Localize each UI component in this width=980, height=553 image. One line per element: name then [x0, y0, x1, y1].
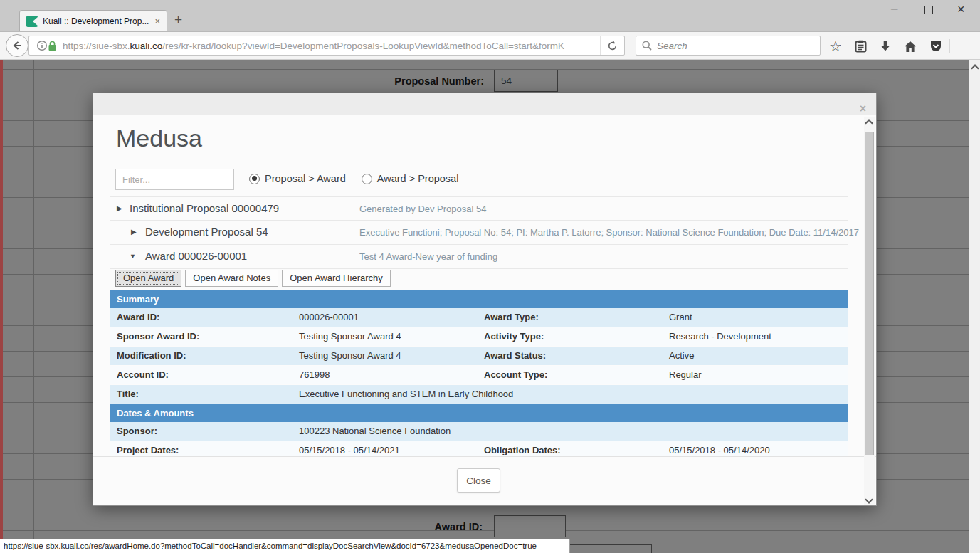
- download-arrow-icon: [880, 41, 891, 53]
- medusa-modal: × Medusa Proposal > Award Award > Propos…: [93, 93, 876, 505]
- tree-expanded-icon[interactable]: ▼: [130, 253, 136, 260]
- downloads-button[interactable]: [877, 36, 894, 56]
- open-award-button[interactable]: Open Award: [115, 270, 181, 287]
- search-bar[interactable]: [636, 36, 821, 56]
- field-label: Sponsor Award ID:: [117, 327, 199, 346]
- search-input[interactable]: [657, 41, 814, 51]
- scrollbar-thumb[interactable]: [865, 132, 874, 455]
- url-bar[interactable]: https://siue-sbx.kuali.co/res/kr-krad/lo…: [28, 36, 625, 56]
- summary-section-header: Summary: [110, 290, 848, 308]
- modal-scrollbar[interactable]: [864, 117, 875, 505]
- field-label: Account Type:: [484, 366, 547, 384]
- table-row: Sponsor: 100223 National Science Foundat…: [110, 422, 848, 441]
- kuali-favicon-icon: [26, 16, 38, 27]
- direction-radio-group: Proposal > Award Award > Proposal: [249, 173, 474, 184]
- table-row: Sponsor Award ID: Testing Sponsor Award …: [110, 327, 848, 347]
- tree-row-award[interactable]: ▼ Award 000026-00001 Test 4 Award-New ye…: [110, 245, 848, 269]
- toolbar-separator: [949, 39, 950, 53]
- table-row: Modification ID: Testing Sponsor Award 4…: [110, 347, 848, 366]
- reload-button[interactable]: [600, 36, 624, 55]
- browser-tab[interactable]: Kuali :: Development Prop... ×: [19, 10, 167, 31]
- back-button[interactable]: [6, 34, 28, 57]
- field-value: 100223 National Science Foundation: [299, 422, 451, 441]
- scroll-up-icon[interactable]: [865, 119, 873, 127]
- field-value: Research - Development: [669, 327, 771, 346]
- window-maximize-button[interactable]: [924, 6, 933, 14]
- radio-award-proposal-label[interactable]: Award > Proposal: [377, 173, 459, 184]
- home-button[interactable]: [902, 36, 919, 56]
- field-value: Testing Sponsor Award 4: [299, 347, 401, 365]
- pocket-button[interactable]: [927, 36, 944, 56]
- left-edge-stripe: [0, 60, 3, 553]
- tree-row-development-proposal[interactable]: ▶ Development Proposal 54 Executive Func…: [110, 221, 848, 245]
- tab-title: Kuali :: Development Prop...: [43, 16, 149, 26]
- filter-input[interactable]: [115, 169, 234, 190]
- field-label: Account ID:: [117, 366, 169, 384]
- back-arrow-icon: [11, 39, 23, 52]
- star-icon: ☆: [829, 38, 842, 55]
- browser-scrollbar[interactable]: [969, 60, 980, 553]
- award-actions: Open Award Open Award Notes Open Award H…: [115, 270, 391, 287]
- tree-description: Executive Functioni; Proposal No: 54; PI…: [359, 227, 859, 238]
- table-row: Award ID: 000026-00001 Award Type: Grant: [110, 308, 848, 327]
- field-label: Activity Type:: [484, 327, 544, 346]
- radio-proposal-award[interactable]: [249, 174, 260, 184]
- scroll-down-icon[interactable]: [865, 495, 873, 503]
- tab-close-icon[interactable]: ×: [154, 16, 160, 26]
- search-icon: [642, 41, 652, 51]
- tree-description: Generated by Dev Proposal 54: [359, 204, 487, 214]
- tree-collapsed-icon[interactable]: ▶: [131, 228, 137, 236]
- home-icon: [904, 41, 917, 53]
- clipboard-icon: [855, 40, 867, 53]
- field-value: Executive Functioning and STEM in Early …: [299, 385, 513, 404]
- tree-description: Test 4 Award-New year of funding: [359, 251, 497, 262]
- new-tab-button[interactable]: +: [174, 12, 182, 28]
- radio-proposal-award-label[interactable]: Proposal > Award: [265, 173, 346, 184]
- dates-amounts-section-header: Dates & Amounts: [110, 404, 848, 422]
- https-lock-icon: [48, 41, 57, 51]
- radio-award-proposal[interactable]: [362, 174, 372, 184]
- browser-viewport: Proposal Number: Award ID: × Medusa Prop…: [0, 60, 980, 553]
- field-label: Award ID:: [117, 308, 159, 327]
- field-label: Award Status:: [484, 347, 546, 365]
- navigation-toolbar: https://siue-sbx.kuali.co/res/kr-krad/lo…: [0, 31, 980, 60]
- field-value: Grant: [669, 308, 692, 327]
- reload-icon: [607, 41, 618, 51]
- window-close-button[interactable]: ×: [957, 2, 965, 17]
- field-value: 761998: [299, 366, 330, 384]
- modal-close-icon[interactable]: ×: [860, 103, 866, 115]
- tree-row-institutional-proposal[interactable]: ▶ Institutional Proposal 00000479 Genera…: [110, 196, 848, 221]
- field-value: Regular: [669, 366, 702, 384]
- bookmark-star-button[interactable]: ☆: [827, 36, 844, 56]
- award-detail-table: Summary Award ID: 000026-00001 Award Typ…: [110, 290, 848, 460]
- field-value: 000026-00001: [299, 308, 359, 327]
- window-minimize-button[interactable]: –: [891, 1, 897, 16]
- field-label: Award Type:: [484, 308, 539, 327]
- tree-label[interactable]: Development Proposal 54: [145, 226, 268, 238]
- url-scheme-subdomain: https://siue-sbx.: [63, 41, 130, 51]
- tree-label[interactable]: Award 000026-00001: [145, 250, 247, 262]
- table-row: Title: Executive Functioning and STEM in…: [110, 385, 848, 404]
- field-value: Active: [669, 347, 694, 365]
- toolbar-separator: [848, 39, 848, 53]
- open-award-notes-button[interactable]: Open Award Notes: [185, 270, 278, 287]
- url-path: /res/kr-krad/lookup?viewId=DevelopmentPr…: [162, 41, 564, 51]
- field-label: Modification ID:: [117, 347, 186, 365]
- tree-label[interactable]: Institutional Proposal 00000479: [130, 202, 279, 214]
- tree-collapsed-icon[interactable]: ▶: [117, 204, 122, 212]
- pocket-icon: [929, 40, 942, 53]
- status-bar-link-url: https://siue-sbx.kuali.co/res/awardHome.…: [0, 539, 570, 553]
- field-label: Title:: [117, 385, 139, 404]
- modal-header: [93, 93, 876, 115]
- field-value: Testing Sponsor Award 4: [299, 327, 401, 346]
- modal-footer: Close: [93, 456, 876, 505]
- scroll-up-icon[interactable]: [971, 64, 979, 72]
- field-label: Sponsor:: [117, 422, 157, 441]
- open-award-hierarchy-button[interactable]: Open Award Hierarchy: [282, 270, 391, 287]
- url-host: kuali.co: [130, 41, 163, 51]
- window-titlebar: Kuali :: Development Prop... × + – ×: [0, 0, 980, 31]
- reading-list-button[interactable]: [852, 36, 869, 56]
- url-text: https://siue-sbx.kuali.co/res/kr-krad/lo…: [63, 41, 600, 51]
- close-button[interactable]: Close: [457, 468, 500, 493]
- page-info-icon[interactable]: [36, 40, 48, 51]
